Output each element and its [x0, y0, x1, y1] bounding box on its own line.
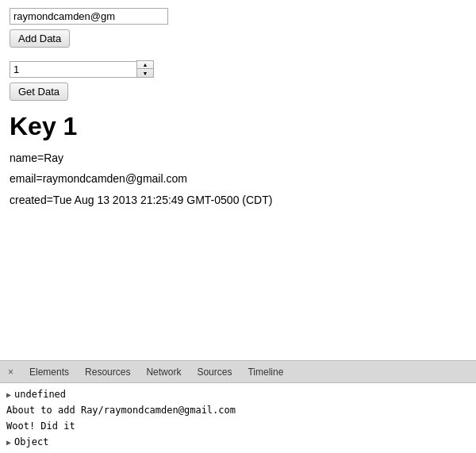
- spinner-down-button[interactable]: ▼: [137, 69, 153, 77]
- data-line-3: created=Tue Aug 13 2013 21:25:49 GMT-050…: [10, 191, 466, 209]
- main-content: Add Data ▲ ▼ Get Data Key 1 name=Ray ema…: [0, 0, 476, 220]
- email-input[interactable]: [10, 8, 168, 25]
- data-line-1: name=Ray: [10, 149, 466, 167]
- tab-sources[interactable]: Sources: [189, 363, 240, 381]
- devtools-close-button[interactable]: ×: [3, 367, 18, 378]
- console-row-4: ▶ Object: [6, 434, 470, 450]
- number-input[interactable]: [10, 61, 136, 78]
- tab-elements[interactable]: Elements: [21, 363, 77, 381]
- get-data-button[interactable]: Get Data: [10, 83, 68, 101]
- spinner-up-button[interactable]: ▲: [137, 61, 153, 69]
- console-text-1: undefined: [14, 387, 66, 401]
- console-text-3: Woot! Did it: [6, 419, 75, 433]
- tab-resources[interactable]: Resources: [77, 363, 138, 381]
- number-input-row: ▲ ▼: [10, 60, 466, 78]
- devtools-panel: × Elements Resources Network Sources Tim…: [0, 360, 476, 453]
- devtools-tabs: × Elements Resources Network Sources Tim…: [0, 361, 476, 383]
- add-data-button[interactable]: Add Data: [10, 29, 70, 48]
- console-text-2: About to add Ray/raymondcamden@gmail.com: [6, 403, 236, 417]
- console-row-2: About to add Ray/raymondcamden@gmail.com: [6, 402, 470, 418]
- tab-timeline[interactable]: Timeline: [240, 363, 291, 381]
- tab-network[interactable]: Network: [138, 363, 189, 381]
- console-arrow-1[interactable]: ▶: [6, 389, 11, 401]
- console-text-4: Object: [14, 435, 48, 449]
- number-spinner[interactable]: ▲ ▼: [136, 60, 154, 78]
- data-line-2: email=raymondcamden@gmail.com: [10, 170, 466, 187]
- console-arrow-4[interactable]: ▶: [6, 436, 11, 448]
- console-row-1: ▶ undefined: [6, 386, 470, 402]
- console-row-3: Woot! Did it: [6, 418, 470, 434]
- key-heading: Key 1: [10, 112, 466, 141]
- devtools-console: ▶ undefined About to add Ray/raymondcamd…: [0, 383, 476, 453]
